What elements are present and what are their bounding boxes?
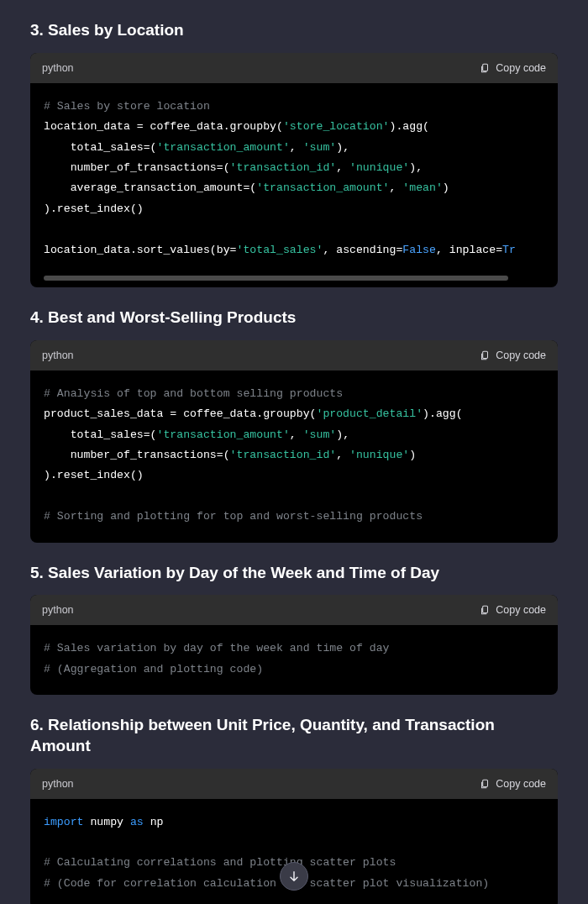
code-block-header: pythonCopy code [30,595,558,625]
clipboard-icon [479,604,491,616]
code-content[interactable]: # Sales by store location location_data … [30,83,558,276]
code-language-label: python [42,604,74,616]
section-heading: 5. Sales Variation by Day of the Week an… [30,563,558,584]
code-block: pythonCopy code# Analysis of top and bot… [30,340,558,543]
code-language-label: python [42,62,74,74]
code-content[interactable]: # Sales variation by day of the week and… [30,625,558,695]
svg-rect-0 [483,64,488,71]
svg-rect-2 [483,607,488,613]
code-content[interactable]: # Analysis of top and bottom selling pro… [30,371,558,543]
code-block: pythonCopy code# Sales by store location… [30,53,558,287]
clipboard-icon [479,62,491,74]
copy-code-button[interactable]: Copy code [479,350,546,361]
clipboard-icon [479,350,491,361]
svg-rect-3 [483,780,488,786]
copy-code-label: Copy code [496,604,546,616]
section-heading: 3. Sales by Location [30,20,558,41]
copy-code-label: Copy code [496,350,546,361]
section-heading: 4. Best and Worst-Selling Products [30,307,558,328]
code-language-label: python [42,350,74,361]
copy-code-button[interactable]: Copy code [479,604,546,616]
code-block-header: pythonCopy code [30,53,558,83]
code-block: pythonCopy code# Sales variation by day … [30,595,558,695]
section-heading: 6. Relationship between Unit Price, Quan… [30,715,558,756]
copy-code-button[interactable]: Copy code [479,778,546,790]
code-language-label: python [42,778,74,790]
article-content: 3. Sales by LocationpythonCopy code# Sal… [0,0,588,904]
copy-code-label: Copy code [496,62,546,74]
copy-code-label: Copy code [496,778,546,790]
arrow-down-icon [287,870,301,883]
clipboard-icon [479,778,491,790]
copy-code-button[interactable]: Copy code [479,62,546,74]
scroll-down-button[interactable] [280,862,308,891]
code-block-header: pythonCopy code [30,769,558,799]
horizontal-scrollbar[interactable] [44,276,508,281]
code-block-header: pythonCopy code [30,340,558,371]
svg-rect-1 [483,351,488,358]
